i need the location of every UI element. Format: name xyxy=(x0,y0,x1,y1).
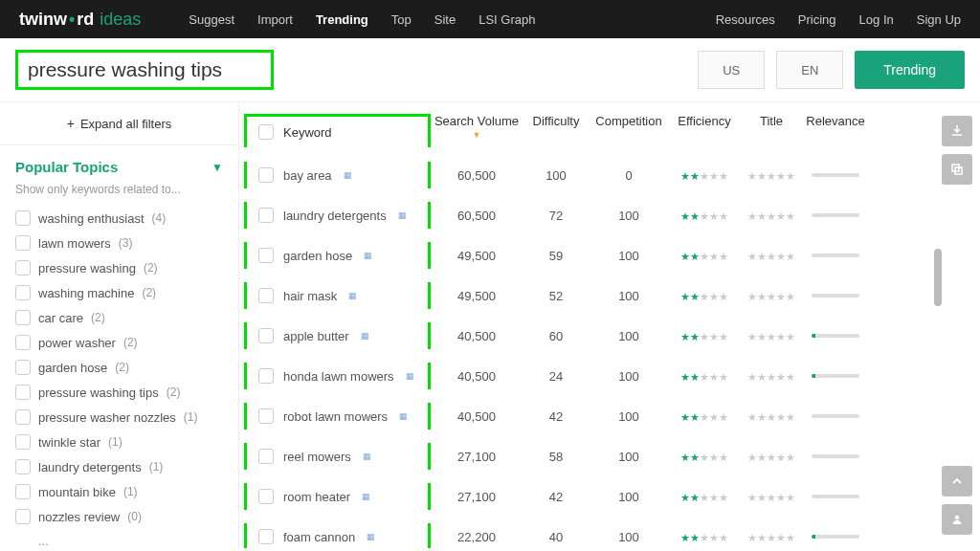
row-checkbox[interactable] xyxy=(258,529,274,544)
popular-topics-toggle[interactable]: Popular Topics ▼ xyxy=(0,145,238,183)
row-checkbox[interactable] xyxy=(258,408,274,424)
cell-comp: 100 xyxy=(590,450,668,464)
filter-checkbox[interactable] xyxy=(15,434,31,450)
filter-more[interactable]: ... xyxy=(15,529,223,548)
filter-checkbox[interactable] xyxy=(15,210,31,226)
col-efficiency[interactable]: Efficiency xyxy=(668,114,741,128)
cell-comp: 100 xyxy=(590,490,668,504)
row-checkbox[interactable] xyxy=(258,248,274,263)
nav-signup[interactable]: Sign Up xyxy=(917,12,961,27)
copy-button[interactable] xyxy=(942,154,972,185)
row-checkbox[interactable] xyxy=(258,208,274,223)
nav-suggest[interactable]: Suggest xyxy=(189,12,234,27)
trend-icon: ▦ xyxy=(344,170,352,180)
filter-item[interactable]: power washer (2) xyxy=(15,330,223,355)
keyword-text[interactable]: hair mask xyxy=(283,289,337,303)
filter-item[interactable]: pressure washer nozzles (1) xyxy=(15,405,223,430)
cell-keyword: laundry detergents▦ xyxy=(244,202,431,229)
nav-top[interactable]: Top xyxy=(391,12,412,27)
filter-item[interactable]: pressure washing tips (2) xyxy=(15,380,223,405)
nav-lsi[interactable]: LSI Graph xyxy=(479,12,535,27)
search-input[interactable] xyxy=(28,58,261,81)
filter-checkbox[interactable] xyxy=(15,459,31,474)
filter-label: lawn mowers xyxy=(38,236,111,251)
filter-item[interactable]: pressure washing (2) xyxy=(15,255,223,280)
nav-trending[interactable]: Trending xyxy=(316,12,368,27)
filter-count: (2) xyxy=(142,286,156,299)
keyword-text[interactable]: foam cannon xyxy=(283,530,355,544)
nav-pricing[interactable]: Pricing xyxy=(798,12,836,27)
row-checkbox[interactable] xyxy=(258,449,274,464)
filter-item[interactable]: lawn mowers (3) xyxy=(15,231,223,255)
cell-keyword: garden hose▦ xyxy=(244,242,431,269)
keyword-text[interactable]: reel mowers xyxy=(283,450,351,464)
filter-item[interactable]: washing machine (2) xyxy=(15,280,223,305)
search-button[interactable]: Trending xyxy=(855,51,965,89)
select-all-checkbox[interactable] xyxy=(258,124,274,140)
scrollbar-thumb[interactable] xyxy=(934,249,942,306)
filter-label: laundry detergents xyxy=(38,460,142,474)
keyword-text[interactable]: bay area xyxy=(283,168,332,183)
filter-checkbox[interactable] xyxy=(15,509,31,524)
filter-item[interactable]: car care (2) xyxy=(15,305,223,330)
filter-checkbox[interactable] xyxy=(15,310,31,325)
filter-item[interactable]: nozzles review (0) xyxy=(15,504,223,529)
filter-item[interactable]: mountain bike (1) xyxy=(15,479,223,504)
cell-eff: ★★★★★ xyxy=(668,530,741,544)
nav-resources[interactable]: Resources xyxy=(716,12,775,27)
keyword-text[interactable]: honda lawn mowers xyxy=(283,369,394,384)
row-checkbox[interactable] xyxy=(258,368,274,384)
col-search-volume[interactable]: Search Volume ▼ xyxy=(431,114,523,140)
filter-checkbox[interactable] xyxy=(15,335,31,350)
cell-rel xyxy=(802,173,869,177)
expand-all-filters[interactable]: + Expand all filters xyxy=(0,102,238,145)
keyword-text[interactable]: apple butter xyxy=(283,329,349,343)
main-panel: Keyword Search Volume ▼ Difficulty Compe… xyxy=(239,102,942,548)
trend-icon: ▦ xyxy=(406,371,414,381)
filter-label: mountain bike xyxy=(38,485,116,499)
filter-checkbox[interactable] xyxy=(15,285,31,300)
nav-login[interactable]: Log In xyxy=(859,12,894,27)
language-select[interactable]: EN xyxy=(776,51,843,89)
cell-rel xyxy=(802,294,869,298)
row-checkbox[interactable] xyxy=(258,328,274,343)
col-difficulty[interactable]: Difficulty xyxy=(523,114,590,128)
cell-comp: 100 xyxy=(590,369,668,384)
nav-site[interactable]: Site xyxy=(434,12,456,27)
table-row: robot lawn mowers▦40,50042100★★★★★★★★★★ xyxy=(239,396,934,436)
col-relevance[interactable]: Relevance xyxy=(802,114,869,128)
filter-checkbox[interactable] xyxy=(15,484,31,499)
col-keyword[interactable]: Keyword xyxy=(244,114,431,147)
keyword-text[interactable]: room heater xyxy=(283,490,350,504)
trend-icon: ▦ xyxy=(364,251,372,260)
nav-import[interactable]: Import xyxy=(257,12,293,27)
scroll-top-button[interactable] xyxy=(942,466,972,496)
cell-title: ★★★★★ xyxy=(741,530,802,544)
filter-item[interactable]: washing enthusiast (4) xyxy=(15,206,223,231)
filter-checkbox[interactable] xyxy=(15,360,31,375)
filter-checkbox[interactable] xyxy=(15,409,31,425)
filter-item[interactable]: garden hose (2) xyxy=(15,355,223,380)
row-checkbox[interactable] xyxy=(258,489,274,504)
filter-checkbox[interactable] xyxy=(15,385,31,400)
col-competition[interactable]: Competition xyxy=(590,114,668,128)
keyword-text[interactable]: robot lawn mowers xyxy=(283,409,388,424)
row-checkbox[interactable] xyxy=(258,167,274,183)
cell-eff: ★★★★★ xyxy=(668,209,741,223)
filter-label: washing machine xyxy=(38,286,134,300)
account-button[interactable] xyxy=(942,504,972,535)
filter-count: (2) xyxy=(167,386,181,399)
filter-checkbox[interactable] xyxy=(15,260,31,276)
country-select[interactable]: US xyxy=(698,51,765,89)
filter-count: (2) xyxy=(91,311,105,324)
filter-item[interactable]: twinkle star (1) xyxy=(15,430,223,454)
filter-checkbox[interactable] xyxy=(15,235,31,251)
keyword-text[interactable]: laundry detergents xyxy=(283,209,387,223)
download-button[interactable] xyxy=(942,116,972,146)
filter-item[interactable]: laundry detergents (1) xyxy=(15,454,223,479)
keyword-text[interactable]: garden hose xyxy=(283,249,352,263)
col-title[interactable]: Title xyxy=(741,114,802,128)
row-checkbox[interactable] xyxy=(258,288,274,303)
logo[interactable]: twinw•rd ideas xyxy=(19,10,141,30)
trend-icon: ▦ xyxy=(398,210,407,220)
